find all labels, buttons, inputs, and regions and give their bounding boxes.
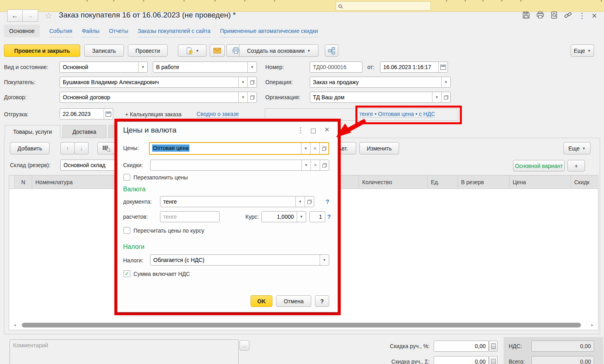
- add-row-button[interactable]: Добавить: [10, 142, 50, 154]
- dropdown-arrow-icon[interactable]: ▼: [297, 212, 306, 222]
- cancel-button[interactable]: Отмена: [276, 295, 311, 307]
- manual-discount-pct-field[interactable]: 0,00: [434, 341, 489, 352]
- save-icon[interactable]: [522, 11, 530, 21]
- dropdown-arrow-icon[interactable]: ▼: [138, 62, 147, 72]
- clear-icon[interactable]: ×: [310, 143, 319, 154]
- document-date-field[interactable]: 16.06.2023 1:16:17: [380, 62, 448, 73]
- help-question-icon[interactable]: ?: [327, 213, 331, 220]
- post-and-close-button[interactable]: Провести и закрыть: [4, 44, 80, 57]
- tab-files[interactable]: Файлы: [82, 25, 99, 37]
- create-based-on-button[interactable]: Создать на основании▼: [239, 44, 318, 57]
- rate-field[interactable]: 1,0000 ▼: [261, 211, 306, 222]
- column-header-quantity[interactable]: Количество: [359, 175, 428, 189]
- contract-field[interactable]: Основной договор ▼: [60, 92, 257, 103]
- close-icon[interactable]: ×: [592, 12, 597, 20]
- column-header-price[interactable]: Цена: [509, 175, 571, 189]
- barcode-scan-button[interactable]: [97, 142, 115, 154]
- move-up-button[interactable]: ↑: [60, 142, 75, 154]
- dropdown-arrow-icon[interactable]: ▼: [295, 196, 305, 207]
- dialog-kebab-icon[interactable]: ⋮: [297, 126, 304, 135]
- calendar-icon[interactable]: [438, 62, 448, 72]
- customer-field[interactable]: Бушманов Владимир Александрович ▼: [60, 77, 257, 88]
- tab-main[interactable]: Основное: [4, 25, 40, 37]
- order-summary-link[interactable]: Сводно о заказе: [197, 111, 239, 117]
- open-item-icon[interactable]: [319, 143, 328, 154]
- comment-expand-button[interactable]: ...: [239, 340, 249, 351]
- preview-icon[interactable]: [550, 11, 558, 21]
- warehouse-field[interactable]: Основной склад: [60, 160, 123, 171]
- recalc-prices-checkbox[interactable]: [124, 227, 130, 234]
- open-item-icon[interactable]: [247, 77, 257, 87]
- open-item-icon[interactable]: [305, 196, 314, 207]
- comment-input[interactable]: Комментарий: [10, 339, 239, 364]
- scrollbar-thumb[interactable]: [22, 323, 581, 327]
- organization-field[interactable]: ТД Ваш дом ▼: [310, 92, 451, 103]
- view-variant-button[interactable]: Основной вариант: [513, 160, 565, 171]
- column-header-n[interactable]: N: [15, 175, 32, 189]
- number-field[interactable]: ТД00-000016: [310, 62, 363, 73]
- calculator-button[interactable]: [489, 341, 498, 352]
- dialog-maximize-icon[interactable]: [311, 128, 316, 135]
- ok-button[interactable]: OK: [251, 295, 272, 307]
- dropdown-arrow-icon[interactable]: ▼: [441, 77, 450, 87]
- kebab-menu-icon[interactable]: ⋮: [578, 12, 586, 20]
- write-button[interactable]: Записать: [84, 44, 124, 57]
- back-button[interactable]: ←: [7, 10, 23, 22]
- dialog-help-button[interactable]: ?: [315, 295, 329, 307]
- column-header-reserve[interactable]: В резерв: [458, 175, 509, 189]
- calendar-icon[interactable]: [104, 109, 113, 119]
- scroll-right-icon[interactable]: ▸: [591, 322, 593, 328]
- order-calculation-text[interactable]: + Калькуляция заказа: [125, 111, 181, 117]
- global-search-input[interactable]: [336, 1, 431, 11]
- refill-prices-checkbox[interactable]: [124, 174, 130, 181]
- forward-button[interactable]: →: [23, 10, 38, 22]
- horizontal-scrollbar[interactable]: ◂ ▸: [11, 322, 596, 328]
- discounts-field[interactable]: ▼ ×: [150, 160, 329, 171]
- dropdown-arrow-icon[interactable]: ▼: [238, 92, 247, 102]
- currency-document-field[interactable]: тенге ▼: [160, 196, 314, 207]
- dropdown-arrow-icon[interactable]: ▼: [301, 143, 310, 154]
- order-state-select[interactable]: В работе▼: [153, 62, 257, 73]
- send-email-button[interactable]: [210, 44, 225, 57]
- prices-field[interactable]: Оптовая цена ▼ ×: [149, 142, 329, 155]
- dropdown-arrow-icon[interactable]: ▼: [320, 255, 329, 265]
- order-kind-select[interactable]: Основной▼: [60, 62, 148, 73]
- favorite-star-icon[interactable]: ☆: [44, 11, 52, 21]
- clear-icon[interactable]: ×: [311, 160, 320, 170]
- dropdown-arrow-icon[interactable]: ▼: [301, 160, 311, 170]
- open-item-icon[interactable]: [441, 92, 450, 102]
- taxes-select[interactable]: Облагается (с НДС) ▼: [150, 254, 329, 266]
- posting-results-button[interactable]: ▼: [178, 44, 206, 57]
- tab-site-orders[interactable]: Заказы покупателей с сайта: [138, 25, 210, 37]
- move-down-button[interactable]: ↓: [74, 142, 89, 154]
- open-item-icon[interactable]: [247, 92, 257, 102]
- print-icon[interactable]: [536, 11, 544, 21]
- items-more-button[interactable]: Еще▼: [563, 142, 590, 154]
- calculator-button[interactable]: [489, 356, 498, 364]
- change-button[interactable]: Изменить: [359, 142, 399, 154]
- vat-included-checkbox[interactable]: ✓: [124, 270, 130, 277]
- tab-goods-services[interactable]: Товары, услуги: [5, 125, 60, 138]
- scroll-left-icon[interactable]: ◂: [14, 322, 16, 328]
- tab-delivery[interactable]: Доставка: [62, 125, 106, 138]
- shipping-date-field[interactable]: 22.06.2023: [60, 108, 113, 119]
- column-header-discount[interactable]: Скидк: [571, 175, 599, 189]
- column-header-unit[interactable]: Ед.: [428, 175, 458, 189]
- rate-multiplier-field[interactable]: 1: [309, 211, 325, 222]
- dropdown-arrow-icon[interactable]: ▼: [238, 77, 247, 87]
- dropdown-arrow-icon[interactable]: ▼: [432, 92, 441, 102]
- post-button[interactable]: Провести: [128, 44, 168, 57]
- manual-discount-sum-field[interactable]: 0,00: [434, 356, 489, 364]
- form-more-button[interactable]: Еще▼: [571, 44, 594, 57]
- tab-reports[interactable]: Отчеты: [109, 25, 128, 37]
- tab-auto-discounts[interactable]: Примененные автоматические скидки: [220, 25, 318, 37]
- open-item-icon[interactable]: [320, 160, 329, 170]
- tab-events[interactable]: События: [49, 25, 72, 37]
- dropdown-arrow-icon[interactable]: ▼: [247, 62, 257, 72]
- operation-select[interactable]: Заказ на продажу▼: [310, 77, 451, 88]
- dialog-close-icon[interactable]: ×: [324, 125, 329, 134]
- add-variant-button[interactable]: +: [567, 160, 585, 171]
- get-link-icon[interactable]: [564, 11, 572, 21]
- help-question-icon[interactable]: ?: [326, 198, 329, 205]
- related-documents-button[interactable]: [325, 44, 338, 57]
